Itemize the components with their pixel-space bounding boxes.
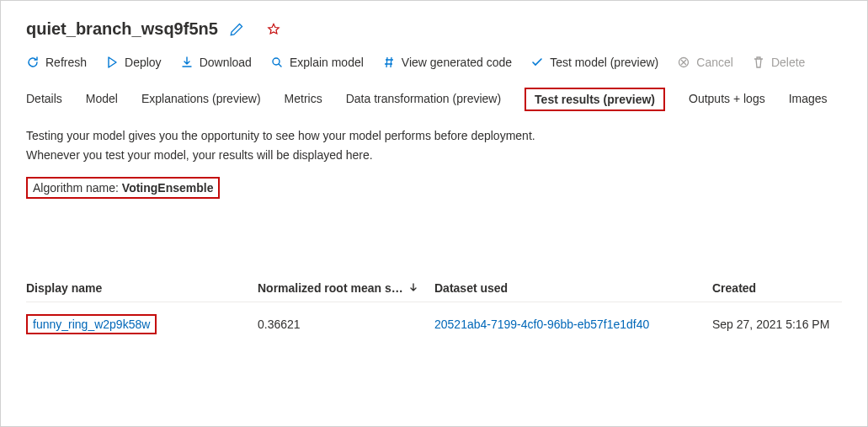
refresh-button[interactable]: Refresh	[26, 56, 87, 69]
row-display-link[interactable]: funny_ring_w2p9k58w	[26, 314, 157, 334]
header-dataset[interactable]: Dataset used	[434, 281, 712, 295]
results-table: Display name Normalized root mean s… Dat…	[26, 275, 842, 346]
row-dataset-link[interactable]: 20521ab4-7199-4cf0-96bb-eb57f1e1df40	[434, 318, 649, 331]
deploy-label: Deploy	[125, 56, 162, 69]
refresh-icon	[26, 56, 40, 69]
viewcode-button[interactable]: View generated code	[382, 56, 512, 69]
viewcode-label: View generated code	[402, 56, 512, 69]
explain-label: Explain model	[290, 56, 364, 69]
header-created[interactable]: Created	[712, 281, 842, 295]
header-display[interactable]: Display name	[26, 281, 258, 295]
download-button[interactable]: Download	[180, 56, 252, 69]
tab-images[interactable]: Images	[789, 92, 828, 107]
table-header: Display name Normalized root mean s… Dat…	[26, 275, 842, 302]
cancel-icon	[677, 56, 690, 69]
tab-testresults[interactable]: Test results (preview)	[525, 88, 665, 111]
favorite-icon[interactable]	[267, 23, 280, 36]
algorithm-name-box: Algorithm name: VotingEnsemble	[26, 177, 220, 199]
hash-icon	[382, 56, 396, 69]
desc-line2: Whenever you test your model, your resul…	[26, 146, 842, 165]
test-label: Test model (preview)	[550, 56, 658, 69]
search-icon	[270, 56, 284, 69]
play-icon	[105, 56, 119, 69]
row-metric: 0.36621	[258, 318, 434, 331]
cancel-button: Cancel	[677, 56, 733, 69]
delete-button: Delete	[752, 56, 805, 69]
page-title: quiet_branch_wsq9f5n5	[26, 19, 218, 39]
trash-icon	[752, 56, 765, 69]
desc-line1: Testing your model gives you the opportu…	[26, 126, 842, 146]
cancel-label: Cancel	[696, 56, 733, 69]
delete-label: Delete	[771, 56, 805, 69]
tab-datatrans[interactable]: Data transformation (preview)	[346, 92, 501, 107]
toolbar: Refresh Deploy Download Explain model Vi…	[26, 56, 842, 69]
refresh-label: Refresh	[45, 56, 87, 69]
check-icon	[530, 56, 544, 69]
header-metric-label: Normalized root mean s…	[258, 281, 403, 295]
algorithm-label: Algorithm name:	[33, 181, 122, 195]
table-row: funny_ring_w2p9k58w 0.36621 20521ab4-719…	[26, 302, 842, 346]
edit-icon[interactable]	[230, 23, 243, 36]
deploy-button[interactable]: Deploy	[105, 56, 162, 69]
test-button[interactable]: Test model (preview)	[530, 56, 658, 69]
tab-metrics[interactable]: Metrics	[285, 92, 322, 107]
algorithm-value: VotingEnsemble	[122, 181, 214, 195]
tab-model[interactable]: Model	[86, 92, 118, 107]
header-metric[interactable]: Normalized root mean s…	[258, 281, 434, 295]
explain-button[interactable]: Explain model	[270, 56, 364, 69]
title-row: quiet_branch_wsq9f5n5	[26, 19, 842, 39]
page-container: quiet_branch_wsq9f5n5 Refresh Deploy Dow…	[0, 0, 868, 427]
tab-outputs[interactable]: Outputs + logs	[689, 92, 765, 107]
download-label: Download	[200, 56, 252, 69]
sort-down-icon	[408, 281, 418, 295]
row-created: Sep 27, 2021 5:16 PM	[712, 318, 842, 331]
tab-explanations[interactable]: Explanations (preview)	[141, 92, 261, 107]
tab-details[interactable]: Details	[26, 92, 62, 107]
description: Testing your model gives you the opportu…	[26, 126, 842, 165]
tabs: Details Model Explanations (preview) Met…	[26, 88, 842, 111]
download-icon	[180, 56, 194, 69]
